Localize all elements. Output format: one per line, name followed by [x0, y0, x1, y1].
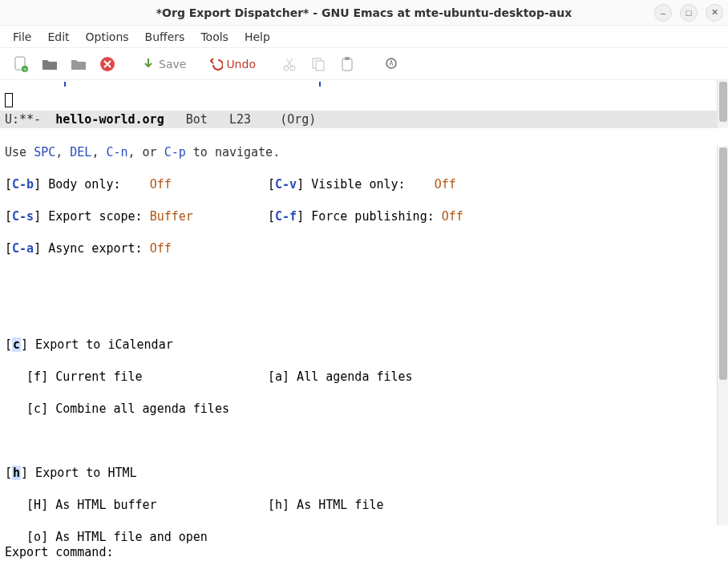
menu-options[interactable]: Options — [79, 29, 135, 45]
menu-help[interactable]: Help — [238, 29, 277, 45]
dispatcher-body[interactable]: Use SPC, DEL, C-n, or C-p to navigate. [… — [0, 128, 728, 561]
maximize-button[interactable]: □ — [680, 4, 698, 22]
close-file-icon[interactable] — [96, 53, 119, 75]
section-icalendar[interactable]: [c] Export to iCalendar — [5, 337, 723, 353]
svg-rect-9 — [345, 57, 350, 60]
html-file[interactable]: [h] As HTML file — [268, 497, 384, 513]
svg-point-4 — [284, 66, 289, 71]
undo-label: Undo — [226, 58, 256, 71]
toolbar: + Save Undo A — [0, 48, 728, 80]
svg-rect-8 — [342, 59, 352, 71]
tab-indicator — [64, 82, 66, 87]
undo-button[interactable]: Undo — [208, 57, 256, 71]
nav-hint: Use SPC, DEL, C-n, or C-p to navigate. — [5, 144, 723, 160]
search-icon[interactable]: A — [381, 53, 403, 75]
svg-text:+: + — [23, 67, 26, 73]
modeline-mode: (Org) — [280, 112, 316, 127]
new-file-icon[interactable]: + — [10, 53, 32, 75]
section-html[interactable]: [h] Export to HTML — [5, 465, 723, 481]
ical-combine[interactable]: [c] Combine all agenda files — [5, 401, 723, 417]
html-buffer[interactable]: [H] As HTML buffer[h] As HTML file — [5, 497, 723, 513]
tab-indicator — [319, 82, 321, 87]
folder-icon[interactable] — [67, 53, 90, 75]
menu-file[interactable]: File — [6, 29, 38, 45]
copy-icon[interactable] — [307, 53, 330, 75]
opt-body-only[interactable]: [C-b] Body only: Off[C-v] Visible only: … — [5, 176, 723, 192]
save-button[interactable]: Save — [141, 57, 186, 71]
menubar: File Edit Options Buffers Tools Help — [0, 26, 728, 48]
paste-icon[interactable] — [336, 53, 358, 75]
modeline-prefix: U:**- — [5, 112, 55, 127]
menu-buffers[interactable]: Buffers — [139, 29, 192, 45]
html-open[interactable]: [o] As HTML file and open — [5, 529, 723, 545]
scrollbar-upper[interactable] — [717, 80, 728, 128]
minimize-button[interactable]: – — [654, 4, 672, 22]
upper-buffer-area[interactable] — [0, 80, 728, 111]
menu-edit[interactable]: Edit — [41, 29, 75, 45]
titlebar: *Org Export Dispatcher* - GNU Emacs at m… — [0, 0, 728, 26]
svg-point-5 — [290, 66, 295, 71]
minibuffer-prompt: Export command: — [5, 545, 113, 559]
open-folder-icon[interactable] — [38, 53, 61, 75]
save-label: Save — [159, 58, 186, 71]
modeline-position: Bot L23 — [164, 112, 281, 127]
ical-current-file[interactable]: [f] Current file[a] All agenda files — [5, 369, 723, 385]
svg-rect-7 — [316, 61, 324, 71]
ical-all-agenda[interactable]: [a] All agenda files — [268, 369, 413, 385]
window-controls: – □ ✕ — [654, 4, 723, 22]
modeline-upper[interactable]: U:**- hello-world.org Bot L23 (Org) — [0, 111, 728, 128]
close-button[interactable]: ✕ — [706, 4, 723, 22]
opt-async-export[interactable]: [C-a] Async export: Off — [5, 240, 723, 256]
svg-text:A: A — [390, 60, 394, 67]
menu-tools[interactable]: Tools — [194, 29, 235, 45]
text-cursor — [5, 93, 13, 107]
cut-icon[interactable] — [278, 53, 301, 75]
minibuffer[interactable]: Export command: — [0, 543, 728, 561]
window-title: *Org Export Dispatcher* - GNU Emacs at m… — [156, 6, 572, 19]
opt-export-scope[interactable]: [C-s] Export scope: Buffer[C-f] Force pu… — [5, 208, 723, 224]
modeline-filename: hello-world.org — [55, 112, 164, 127]
scrollbar-thumb[interactable] — [719, 82, 727, 122]
